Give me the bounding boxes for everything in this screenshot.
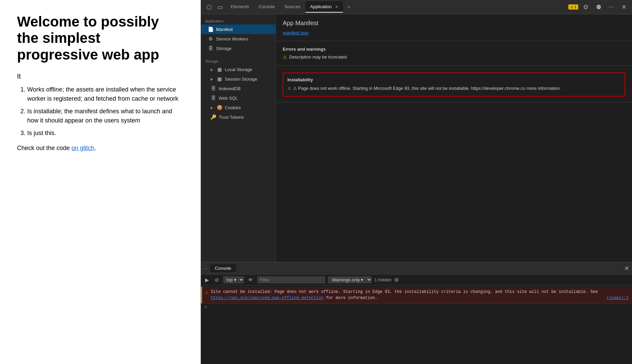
page-title: Welcome to possibly the simplest progres… [17,14,184,63]
manifest-icon: 📄 [208,27,213,32]
devtools-main: Application 📄 Manifest ⚙ Service Workers… [201,14,632,262]
device-icon[interactable]: ▭ [215,2,226,12]
hidden-count: 1 hidden [375,277,392,282]
devtools-right-icons: ⚠ 1 ⚙ ⚉ ··· ✕ [568,2,629,12]
installability-section: Installability ⚠ ⚠ Page does not work of… [276,66,632,102]
console-filter-bar: ▶ ⊘ top ▾ 👁 Warnings only ▾ 1 hidden ⚙ [201,275,632,285]
glitch-link[interactable]: on glitch [71,145,94,151]
console-output: ⚠ Site cannot be installed: Page does no… [201,285,632,364]
console-prompt-arrow: > [204,305,207,310]
warn-badge[interactable]: ⚠ 1 [568,4,578,10]
console-toolbar: ··· Console ✕ [201,262,632,275]
list-item: Is installable; the manifest defines wha… [27,107,184,125]
console-error-row: ⚠ Site cannot be installed: Page does no… [201,287,632,303]
check-out-text: Check out the code on glitch. [17,145,184,152]
list-item: Is just this. [27,129,184,138]
console-error-icon: ⚠ [205,289,208,301]
warning-row: ⚠ Description may be truncated. [283,54,625,60]
sidebar-item-trust-tokens[interactable]: 🔑 Trust Tokens [201,112,276,122]
websql-icon: 🗄 [211,95,216,101]
tab-elements[interactable]: Elements [226,1,254,13]
installability-text: ⚠ ⚠ Page does not work offline. Starting… [287,85,620,92]
console-input[interactable] [209,305,629,310]
storage-icon: 🗄 [208,46,213,51]
installability-title: Installability [287,77,620,82]
devtools-tabbar: ⬡ ▭ Elements Console Sources Application… [201,0,632,14]
service-workers-icon: ⚙ [208,36,213,42]
sidebar-item-cookies[interactable]: ▶ 🍪 Cookies [201,103,276,112]
indexeddb-icon: 🗄 [211,86,216,91]
content-title: App Manifest [283,20,625,27]
devtools-sidebar: Application 📄 Manifest ⚙ Service Workers… [201,14,276,262]
sidebar-item-local-storage[interactable]: ▶ ▦ Local Storage [201,65,276,74]
more-dots[interactable]: ··· [606,2,617,12]
sidebar-item-websql[interactable]: 🗄 Web SQL [201,93,276,103]
local-storage-icon: ▦ [217,67,222,72]
console-tab-button[interactable]: Console [210,264,236,272]
arrow-icon: ▶ [211,106,213,110]
arrow-icon: ▶ [211,77,213,81]
profile-icon[interactable]: ⚉ [593,2,604,12]
tab-console[interactable]: Console [254,1,280,13]
console-line-ref[interactable]: (index):1 [606,295,629,301]
sidebar-item-service-workers[interactable]: ⚙ Service Workers [201,34,276,44]
console-close-button[interactable]: ✕ [624,265,629,272]
tab-more[interactable]: » [343,1,355,13]
console-more-dots[interactable]: ··· [204,266,207,271]
console-panel: ··· Console ✕ ▶ ⊘ top ▾ 👁 Warnings only … [201,262,632,364]
top-context-select[interactable]: top ▾ [223,276,244,283]
cookies-icon: 🍪 [217,105,222,110]
sidebar-item-manifest[interactable]: 📄 Manifest [201,24,276,34]
execute-icon[interactable]: ▶ [204,276,211,284]
console-error-link[interactable]: https://goo.gle/improved-pwa-offline-det… [211,296,323,300]
console-prompt: > [201,303,632,311]
settings-icon[interactable]: ⚙ [580,2,591,12]
installability-warn-icon: ⚠ [287,86,292,91]
storage-section-header: Storage [201,57,276,65]
block-icon[interactable]: ⊘ [213,276,220,284]
intro-text: It [17,72,184,80]
devtools-content-area: App Manifest manifest.json Errors and wa… [276,14,632,262]
console-filter-input[interactable] [257,276,325,283]
tab-sources[interactable]: Sources [280,1,305,13]
devtools-close-icon[interactable]: ✕ [619,2,629,12]
arrow-icon: ▶ [211,68,213,71]
sidebar-item-storage[interactable]: 🗄 Storage [201,44,276,53]
warnings-filter-select[interactable]: Warnings only ▾ [328,276,372,283]
tab-close-icon[interactable]: ✕ [335,5,338,9]
list-item: Works offline; the assets are installed … [27,85,184,103]
installability-box: Installability ⚠ ⚠ Page does not work of… [283,72,625,97]
warning-icon: ⚠ [283,54,287,60]
cursor-icon[interactable]: ⬡ [204,2,215,12]
devtools-panel: ⬡ ▭ Elements Console Sources Application… [201,0,632,364]
warning-text: Description may be truncated. [289,54,348,60]
console-gear-icon[interactable]: ⚙ [394,277,399,283]
errors-warnings-title: Errors and warnings [283,47,625,52]
feature-list: Works offline; the assets are installed … [27,85,184,138]
webpage-content: Welcome to possibly the simplest progres… [0,0,201,364]
app-section-header: Application [201,17,276,24]
sidebar-item-indexeddb[interactable]: 🗄 IndexedDB [201,84,276,93]
sidebar-item-session-storage[interactable]: ▶ ▦ Session Storage [201,74,276,84]
trust-tokens-icon: 🔑 [211,114,216,120]
manifest-section: App Manifest manifest.json [276,14,632,41]
errors-warnings-section: Errors and warnings ⚠ Description may be… [276,41,632,66]
console-error-text: Site cannot be installed: Page does not … [211,289,629,301]
eye-icon[interactable]: 👁 [247,276,254,283]
session-storage-icon: ▦ [217,76,222,82]
manifest-json-link[interactable]: manifest.json [283,30,309,35]
tab-application[interactable]: Application ✕ [305,1,343,13]
